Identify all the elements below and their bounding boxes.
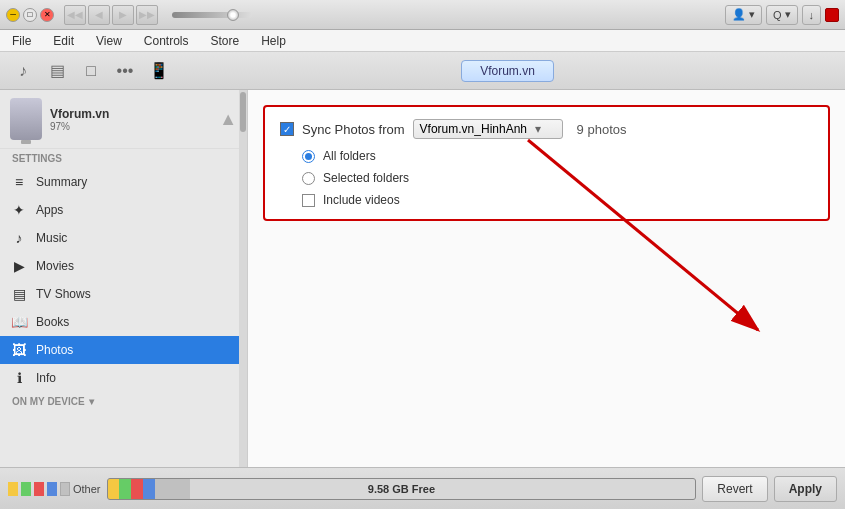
device-item[interactable]: Vforum.vn 97% ▲ (0, 90, 247, 149)
search-dropdown-icon: ▾ (785, 8, 791, 21)
sidebar-item-movies[interactable]: ▶ Movies (0, 252, 247, 280)
apply-button[interactable]: Apply (774, 476, 837, 502)
storage-segment-free (190, 479, 696, 499)
maximize-button[interactable]: □ (23, 8, 37, 22)
sidebar-item-photos[interactable]: 🖼 Photos (0, 336, 247, 364)
summary-icon: ≡ (10, 173, 28, 191)
legend-red (34, 482, 44, 496)
sidebar-label-movies: Movies (36, 259, 74, 273)
menu-bar: File Edit View Controls Store Help (0, 30, 845, 52)
photos-count: 9 photos (577, 122, 627, 137)
bottom-bar: Other 9.58 GB Free Revert Apply (0, 467, 845, 509)
search-button[interactable]: Q ▾ (766, 5, 798, 25)
search-icon: Q (773, 9, 782, 21)
sidebar-label-info: Info (36, 371, 56, 385)
sidebar-item-tvshows[interactable]: ▤ TV Shows (0, 280, 247, 308)
sidebar-label-music: Music (36, 231, 67, 245)
radio-selected-folders-label: Selected folders (323, 171, 409, 185)
menu-view[interactable]: View (90, 32, 128, 50)
sync-checkbox[interactable]: ✓ (280, 122, 294, 136)
legend-gray (60, 482, 70, 496)
sidebar-label-apps: Apps (36, 203, 63, 217)
volume-slider[interactable] (172, 12, 252, 18)
menu-file[interactable]: File (6, 32, 37, 50)
device-toolbar: ♪ ▤ □ ••• 📱 Vforum.vn (0, 52, 845, 90)
storage-legend: Other (8, 482, 101, 496)
close-button[interactable]: ✕ (40, 8, 54, 22)
sidebar-item-summary[interactable]: ≡ Summary (0, 168, 247, 196)
on-my-device-label: On My Device ▾ (0, 392, 247, 411)
toolbar-desktop-icon[interactable]: □ (78, 58, 104, 84)
device-tab[interactable]: Vforum.vn (461, 60, 554, 82)
sidebar: Vforum.vn 97% ▲ Settings ≡ Summary ✦ App… (0, 90, 248, 467)
on-my-device-chevron-icon[interactable]: ▾ (89, 396, 94, 407)
sidebar-label-tvshows: TV Shows (36, 287, 91, 301)
volume-thumb[interactable] (227, 9, 239, 21)
storage-segment-yellow (108, 479, 120, 499)
sidebar-item-books[interactable]: 📖 Books (0, 308, 247, 336)
sidebar-label-photos: Photos (36, 343, 73, 357)
tvshows-icon: ▤ (10, 285, 28, 303)
content-area: ✓ Sync Photos from Vforum.vn_HinhAnh ▾ 9… (248, 90, 845, 467)
back-button[interactable]: ◀ (88, 5, 110, 25)
revert-button[interactable]: Revert (702, 476, 767, 502)
radio-all-folders[interactable]: All folders (302, 149, 813, 163)
close-corner-button[interactable] (825, 8, 839, 22)
sidebar-scrollbar[interactable] (239, 90, 247, 467)
account-dropdown-icon: ▾ (749, 8, 755, 21)
toolbar-more-icon[interactable]: ••• (112, 58, 138, 84)
settings-label: Settings (0, 149, 247, 168)
storage-segment-other (155, 479, 190, 499)
books-icon: 📖 (10, 313, 28, 331)
menu-controls[interactable]: Controls (138, 32, 195, 50)
download-button[interactable]: ↓ (802, 5, 822, 25)
storage-bar: 9.58 GB Free (107, 478, 697, 500)
sidebar-item-music[interactable]: ♪ Music (0, 224, 247, 252)
radio-all-folders-label: All folders (323, 149, 376, 163)
main-content: Vforum.vn 97% ▲ Settings ≡ Summary ✦ App… (0, 90, 845, 467)
title-bar: ─ □ ✕ ◀◀ ◀ ▶ ▶▶ 👤 ▾ Q ▾ ↓ (0, 0, 845, 30)
include-videos-checkbox[interactable] (302, 194, 315, 207)
account-button[interactable]: 👤 ▾ (725, 5, 762, 25)
account-icon: 👤 (732, 8, 746, 21)
forward-button[interactable]: ▶▶ (136, 5, 158, 25)
check-include-videos[interactable]: Include videos (302, 193, 813, 207)
movies-icon: ▶ (10, 257, 28, 275)
nav-controls: ◀◀ ◀ ▶ ▶▶ (64, 5, 158, 25)
radio-selected-folders[interactable]: Selected folders (302, 171, 813, 185)
info-icon: ℹ (10, 369, 28, 387)
radio-selected-folders-circle (302, 172, 315, 185)
radio-all-folders-circle (302, 150, 315, 163)
back-back-button[interactable]: ◀◀ (64, 5, 86, 25)
photos-icon: 🖼 (10, 341, 28, 359)
device-name: Vforum.vn (50, 107, 109, 121)
on-my-device-text: On My Device (12, 396, 85, 407)
minimize-button[interactable]: ─ (6, 8, 20, 22)
toolbar-device-icon[interactable]: 📱 (146, 58, 172, 84)
sync-source-dropdown[interactable]: Vforum.vn_HinhAnh ▾ (413, 119, 563, 139)
sync-box: ✓ Sync Photos from Vforum.vn_HinhAnh ▾ 9… (263, 105, 830, 221)
sync-dropdown-arrow-icon: ▾ (535, 122, 541, 136)
other-label: Other (73, 483, 101, 495)
radio-all-folders-dot (305, 153, 312, 160)
menu-edit[interactable]: Edit (47, 32, 80, 50)
radio-group: All folders Selected folders Include vid… (280, 149, 813, 207)
sidebar-item-info[interactable]: ℹ Info (0, 364, 247, 392)
toolbar-tv-icon[interactable]: ▤ (44, 58, 70, 84)
play-button[interactable]: ▶ (112, 5, 134, 25)
storage-segment-blue (143, 479, 155, 499)
sync-label: Sync Photos from (302, 122, 405, 137)
music-icon: ♪ (10, 229, 28, 247)
toolbar-music-icon[interactable]: ♪ (10, 58, 36, 84)
title-bar-right: 👤 ▾ Q ▾ ↓ (725, 5, 839, 25)
menu-help[interactable]: Help (255, 32, 292, 50)
sidebar-scroll-thumb[interactable] (240, 92, 246, 132)
storage-segment-red (131, 479, 143, 499)
sidebar-item-apps[interactable]: ✦ Apps (0, 196, 247, 224)
download-icon: ↓ (809, 9, 815, 21)
device-thumbnail (10, 98, 42, 140)
storage-segment-green (119, 479, 131, 499)
sidebar-scroll-up[interactable]: ▲ (219, 109, 237, 130)
apps-icon: ✦ (10, 201, 28, 219)
menu-store[interactable]: Store (205, 32, 246, 50)
